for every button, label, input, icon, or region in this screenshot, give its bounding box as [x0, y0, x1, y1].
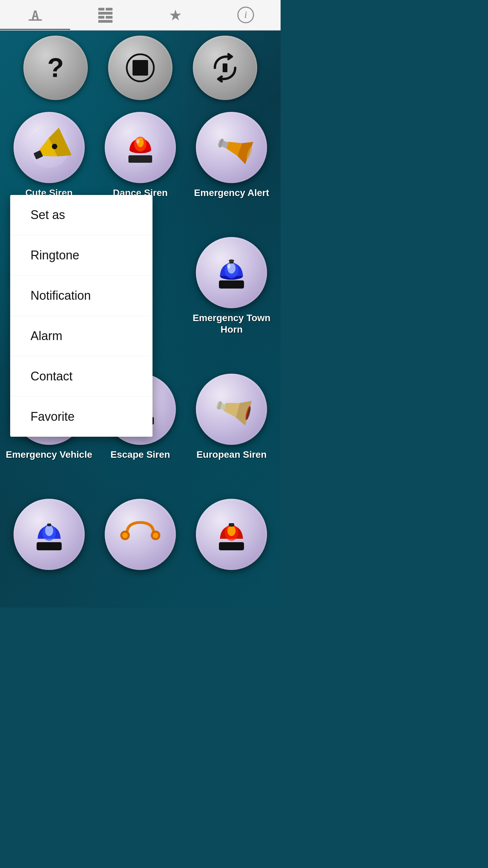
svg-rect-61: [47, 524, 51, 526]
menu-set-as[interactable]: Set as: [10, 195, 152, 235]
toolbar: A ★ i: [0, 0, 281, 31]
bottom-3-icon: [196, 499, 267, 570]
svg-rect-4: [98, 12, 113, 15]
dance-siren-icon: [105, 112, 176, 183]
tab-info[interactable]: i: [236, 5, 256, 25]
svg-rect-12: [223, 63, 227, 72]
emergency-town-horn-icon: [196, 237, 267, 308]
sound-bottom-3[interactable]: [186, 494, 277, 604]
sound-emergency-town-horn[interactable]: Emergency Town Horn: [186, 232, 277, 365]
emergency-alert-label: Emergency Alert: [194, 187, 269, 199]
megaphone-yellow-svg: [27, 125, 71, 170]
bottom-red-siren-svg: [209, 512, 253, 556]
tab-favorites[interactable]: ★: [165, 5, 186, 25]
cute-siren-icon: [14, 112, 85, 183]
tab-grid[interactable]: [95, 5, 116, 25]
bottom-blue-siren-svg: [27, 512, 71, 556]
menu-favorite[interactable]: Favorite: [10, 397, 152, 437]
bottom-2-icon: [105, 499, 176, 570]
emergency-alert-icon: [196, 112, 267, 183]
red-siren-svg: [118, 125, 162, 170]
help-button[interactable]: ?: [23, 36, 88, 100]
svg-point-60: [45, 525, 53, 536]
svg-rect-19: [128, 155, 152, 163]
svg-rect-66: [219, 542, 244, 550]
european-siren-label: European Siren: [197, 449, 267, 460]
sound-european-siren[interactable]: European Siren: [186, 369, 277, 490]
svg-rect-11: [133, 60, 148, 76]
menu-ringtone[interactable]: Ringtone: [10, 235, 152, 276]
european-siren-icon: [196, 374, 267, 445]
bottom-1-icon: [14, 499, 85, 570]
active-tab-indicator: [0, 29, 70, 30]
repeat-button[interactable]: [193, 36, 257, 100]
earphone-svg: [118, 512, 162, 556]
sound-emergency-alert[interactable]: Emergency Alert: [186, 107, 277, 229]
menu-notification[interactable]: Notification: [10, 276, 152, 316]
emergency-town-horn-label: Emergency Town Horn: [188, 312, 276, 335]
svg-point-64: [122, 533, 128, 538]
sound-bottom-2[interactable]: [95, 494, 186, 604]
svg-point-38: [227, 264, 230, 269]
stop-icon: [125, 53, 156, 83]
menu-alarm[interactable]: Alarm: [10, 316, 152, 356]
svg-rect-58: [37, 542, 62, 550]
svg-rect-34: [219, 280, 244, 289]
european-siren-svg: [209, 387, 253, 431]
svg-point-68: [227, 525, 236, 536]
svg-text:i: i: [244, 9, 247, 20]
help-icon: ?: [47, 52, 64, 83]
blue-siren-svg: [209, 251, 253, 295]
svg-rect-7: [98, 20, 113, 23]
stop-button[interactable]: [108, 36, 172, 100]
tab-alpha[interactable]: A: [25, 5, 45, 25]
sound-bottom-1[interactable]: [3, 494, 95, 604]
svg-point-40: [229, 259, 234, 262]
controls-row: ?: [0, 31, 281, 105]
svg-rect-6: [106, 16, 113, 19]
svg-rect-5: [98, 16, 104, 19]
emergency-vehicle-label: Emergency Vehicle: [6, 449, 92, 460]
svg-point-65: [153, 533, 158, 538]
menu-contact[interactable]: Contact: [10, 356, 152, 397]
orange-megaphone-svg: [209, 125, 253, 170]
svg-rect-2: [98, 8, 104, 11]
escape-siren-label: Escape Siren: [110, 449, 170, 460]
svg-rect-69: [229, 523, 234, 527]
svg-point-23: [136, 139, 139, 143]
context-menu: Set as Ringtone Notification Alarm Conta…: [10, 195, 152, 437]
repeat-icon: [210, 53, 240, 83]
svg-rect-3: [106, 8, 113, 11]
svg-rect-1: [28, 19, 42, 21]
